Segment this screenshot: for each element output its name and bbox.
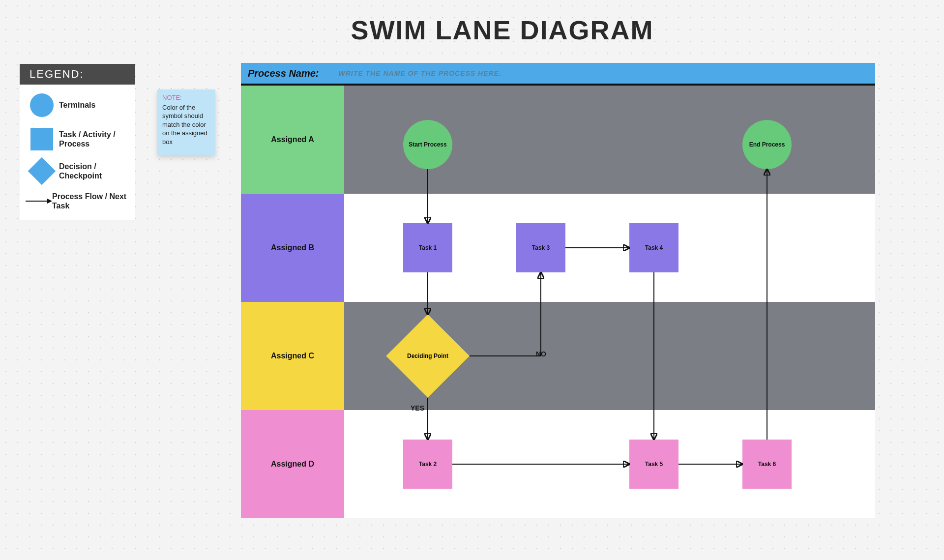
process-name-placeholder[interactable]: WRITE THE NAME OF THE PROCESS HERE. xyxy=(339,69,502,77)
start-terminal[interactable]: Start Process xyxy=(403,120,452,169)
lanes-container: Assigned A Assigned B Assigned C Assigne… xyxy=(241,86,875,518)
decision-icon xyxy=(25,161,59,181)
task5-node[interactable]: Task 5 xyxy=(629,440,678,489)
legend-label: Terminals xyxy=(59,100,130,110)
legend-header: LEGEND: xyxy=(20,64,135,85)
edge-label-no: NO xyxy=(536,350,546,358)
page-title: SWIM LANE DIAGRAM xyxy=(351,15,654,45)
svg-marker-1 xyxy=(47,199,52,204)
legend-row-decision: Decision / Checkpoint xyxy=(25,161,130,181)
legend-body: Terminals Task / Activity / Process Deci… xyxy=(20,85,135,220)
lane-head-c: Assigned C xyxy=(241,302,344,410)
start-label: Start Process xyxy=(409,141,446,148)
task3-node[interactable]: Task 3 xyxy=(516,223,565,272)
note-box: NOTE: Color of the symbol should match t… xyxy=(157,89,215,155)
legend-row-flow: Process Flow / Next Task xyxy=(25,192,130,210)
task5-label: Task 5 xyxy=(645,461,663,468)
legend-panel: LEGEND: Terminals Task / Activity / Proc… xyxy=(20,64,135,220)
task1-node[interactable]: Task 1 xyxy=(403,223,452,272)
task-icon xyxy=(25,128,59,150)
task2-node[interactable]: Task 2 xyxy=(403,440,452,489)
edge-label-yes: YES xyxy=(411,404,424,412)
process-name-label: Process Name: xyxy=(248,68,319,79)
lane-c: Assigned C xyxy=(241,302,875,410)
task2-label: Task 2 xyxy=(419,461,437,468)
note-title: NOTE: xyxy=(162,93,210,102)
lane-head-a: Assigned A xyxy=(241,86,344,194)
legend-label: Decision / Checkpoint xyxy=(59,162,130,180)
task3-label: Task 3 xyxy=(532,244,550,251)
note-body: Color of the symbol should match the col… xyxy=(162,103,210,147)
process-header: Process Name: WRITE THE NAME OF THE PROC… xyxy=(241,63,875,86)
task1-label: Task 1 xyxy=(419,244,437,251)
legend-label: Task / Activity / Process xyxy=(59,130,130,148)
end-terminal[interactable]: End Process xyxy=(742,120,792,169)
task4-node[interactable]: Task 4 xyxy=(629,223,678,272)
end-label: End Process xyxy=(749,141,785,148)
legend-row-task: Task / Activity / Process xyxy=(25,128,130,150)
task6-node[interactable]: Task 6 xyxy=(742,440,792,489)
decision-label: Deciding Point xyxy=(398,353,457,359)
legend-row-terminals: Terminals xyxy=(25,93,130,117)
terminals-icon xyxy=(25,93,59,117)
legend-label: Process Flow / Next Task xyxy=(52,192,130,210)
swimlane-diagram: Process Name: WRITE THE NAME OF THE PROC… xyxy=(241,63,875,518)
lane-head-d: Assigned D xyxy=(241,410,344,518)
task4-label: Task 4 xyxy=(645,244,663,251)
lane-head-b: Assigned B xyxy=(241,194,344,302)
task6-label: Task 6 xyxy=(758,461,776,468)
flow-arrow-icon xyxy=(25,197,52,205)
decision-node[interactable]: Deciding Point xyxy=(398,326,457,385)
